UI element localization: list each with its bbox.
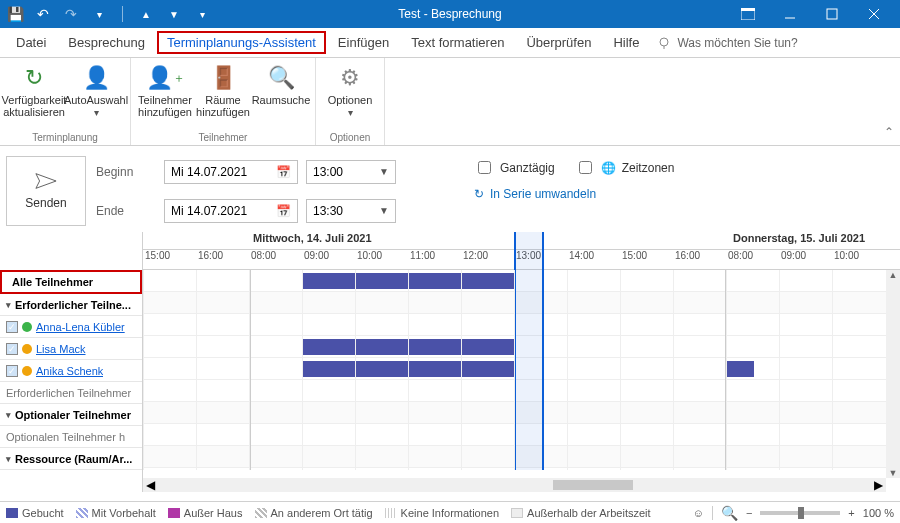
group-terminplanung-label: Terminplanung (4, 131, 126, 145)
tab-besprechung[interactable]: Besprechung (58, 31, 155, 54)
tell-me-label: Was möchten Sie tun? (677, 36, 797, 50)
find-room-button[interactable]: 🔍 Raumsuche (251, 60, 311, 106)
horizontal-scrollbar[interactable]: ◀▶ (143, 478, 886, 492)
legend-elsewhere: An anderem Ort tätig (255, 507, 373, 519)
legend-oof: Außer Haus (168, 507, 243, 519)
add-attendee-button[interactable]: 👤＋ Teilnehmer hinzufügen (135, 60, 195, 118)
undo-icon[interactable]: ↶ (34, 5, 52, 23)
all-attendees-header[interactable]: Alle Teilnehmer (0, 270, 142, 294)
tab-terminplanungs-assistent[interactable]: Terminplanungs-Assistent (157, 31, 326, 54)
send-icon (35, 172, 57, 190)
legend-outside: Außerhalb der Arbeitszeit (511, 507, 651, 519)
svg-rect-1 (741, 8, 755, 11)
attendee-row[interactable]: ✓Anika Schenk (0, 360, 142, 382)
status-bar: Gebucht Mit Vorbehalt Außer Haus An ande… (0, 501, 900, 523)
tab-text-formatieren[interactable]: Text formatieren (401, 31, 514, 54)
vertical-scrollbar[interactable]: ▲▼ (886, 270, 900, 478)
add-person-icon: 👤＋ (149, 64, 181, 92)
save-icon[interactable]: 💾 (6, 5, 24, 23)
refresh-availability-button[interactable]: ↻ Verfügbarkeit aktualisieren (4, 60, 64, 118)
allday-checkbox[interactable]: Ganztägig (474, 158, 555, 177)
nav-down-icon[interactable]: ▼ (165, 5, 183, 23)
tell-me-search[interactable]: Was möchten Sie tun? (657, 36, 797, 50)
recur-icon: ↻ (474, 187, 484, 201)
refresh-icon: ↻ (18, 64, 50, 92)
add-required-attendee[interactable]: Erforderlichen Teilnehmer (0, 382, 142, 404)
timeline-grid[interactable]: Mittwoch, 14. Juli 2021 Donnerstag, 15. … (143, 232, 900, 492)
zoom-plus[interactable]: + (848, 507, 854, 519)
begin-date-input[interactable]: Mi 14.07.2021📅 (164, 160, 298, 184)
globe-icon: 🌐 (601, 161, 616, 175)
timezones-checkbox[interactable]: 🌐Zeitzonen (575, 158, 675, 177)
close-button[interactable] (854, 0, 894, 28)
ribbon-display-icon[interactable] (728, 0, 768, 28)
zoom-out-icon[interactable]: 🔍 (721, 505, 738, 521)
door-icon: 🚪 (207, 64, 239, 92)
auto-select-button[interactable]: 👤 AutoAuswahl▾ (66, 60, 126, 118)
zoom-slider[interactable] (760, 511, 840, 515)
gear-icon: ⚙ (334, 64, 366, 92)
add-room-button[interactable]: 🚪 Räume hinzufügen (197, 60, 249, 118)
calendar-icon: 📅 (276, 204, 291, 218)
attendee-row[interactable]: ✓Lisa Mack (0, 338, 142, 360)
title-bar: 💾 ↶ ↷ ▾ ▲ ▼ ▾ Test - Besprechung (0, 0, 900, 28)
group-optionen-label: Optionen (320, 131, 380, 145)
ribbon-tabs: Datei Besprechung Terminplanungs-Assiste… (0, 28, 900, 58)
redo-icon[interactable]: ↷ (62, 5, 80, 23)
ribbon: ↻ Verfügbarkeit aktualisieren 👤 AutoAusw… (0, 58, 900, 146)
zoom-level[interactable]: 100 % (863, 507, 894, 519)
calendar-icon: 📅 (276, 165, 291, 179)
collapse-ribbon-icon[interactable]: ⌃ (878, 58, 900, 145)
resource-group[interactable]: ▾Ressource (Raum/Ar... (0, 448, 142, 470)
svg-point-6 (660, 38, 668, 46)
day1-label: Mittwoch, 14. Juli 2021 (143, 232, 729, 249)
tab-ueberpruefen[interactable]: Überprüfen (516, 31, 601, 54)
maximize-button[interactable] (812, 0, 852, 28)
make-recurring-link[interactable]: ↻In Serie umwandeln (474, 187, 674, 201)
chevron-down-icon: ▼ (379, 166, 389, 177)
attendee-list: Alle Teilnehmer ▾Erforderlicher Teilne..… (0, 232, 143, 492)
end-date-input[interactable]: Mi 14.07.2021📅 (164, 199, 298, 223)
begin-label: Beginn (96, 165, 156, 179)
person-icon: 👤 (80, 64, 112, 92)
begin-time-input[interactable]: 13:00▼ (306, 160, 396, 184)
legend-busy: Gebucht (6, 507, 64, 519)
zoom-minus[interactable]: − (746, 507, 752, 519)
minimize-button[interactable] (770, 0, 810, 28)
options-button[interactable]: ⚙ Optionen▾ (320, 60, 380, 118)
add-optional-attendee[interactable]: Optionalen Teilnehmer h (0, 426, 142, 448)
required-group[interactable]: ▾Erforderlicher Teilne... (0, 294, 142, 316)
tab-datei[interactable]: Datei (6, 31, 56, 54)
chevron-down-icon: ▼ (379, 205, 389, 216)
tab-einfuegen[interactable]: Einfügen (328, 31, 399, 54)
svg-rect-3 (827, 9, 837, 19)
end-time-input[interactable]: 13:30▼ (306, 199, 396, 223)
attendee-row[interactable]: ✓Anna-Lena Kübler (0, 316, 142, 338)
send-button[interactable]: Senden (6, 156, 86, 226)
qat-more-icon[interactable]: ▾ (90, 5, 108, 23)
legend-tentative: Mit Vorbehalt (76, 507, 156, 519)
day2-label: Donnerstag, 15. Juli 2021 (729, 232, 900, 249)
qat-expand-icon[interactable]: ▾ (193, 5, 211, 23)
search-room-icon: 🔍 (265, 64, 297, 92)
group-teilnehmer-label: Teilnehmer (135, 131, 311, 145)
meeting-time-fields: Senden Beginn Mi 14.07.2021📅 13:00▼ Ende… (0, 146, 900, 232)
optional-group[interactable]: ▾Optionaler Teilnehmer (0, 404, 142, 426)
end-label: Ende (96, 204, 156, 218)
tab-hilfe[interactable]: Hilfe (603, 31, 649, 54)
legend-noinfo: Keine Informationen (385, 507, 499, 519)
feedback-icon[interactable]: ☺ (693, 507, 704, 519)
nav-up-icon[interactable]: ▲ (137, 5, 155, 23)
bulb-icon (657, 36, 671, 50)
scheduling-area: Alle Teilnehmer ▾Erforderlicher Teilne..… (0, 232, 900, 492)
